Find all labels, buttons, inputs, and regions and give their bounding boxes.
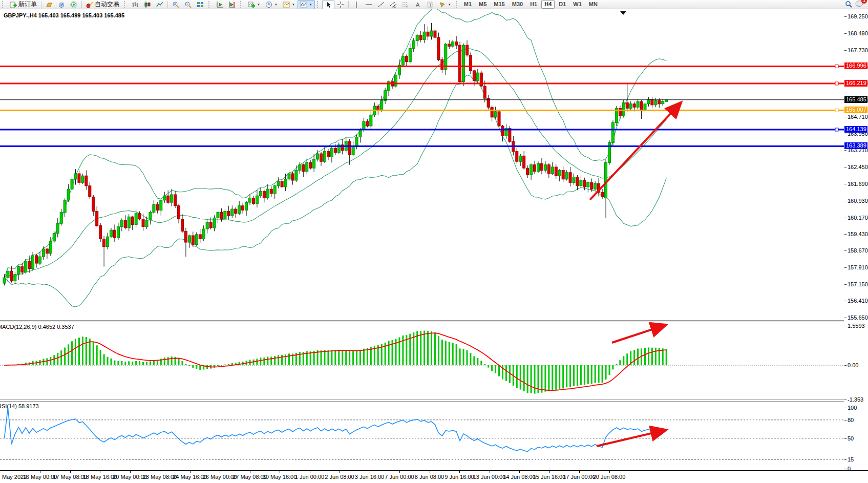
- shapes-tool-button[interactable]: ▼: [436, 0, 454, 9]
- toolbar-grip[interactable]: [124, 1, 128, 8]
- cursor-tool-button[interactable]: [322, 0, 334, 9]
- zoom-in-button[interactable]: [170, 0, 182, 9]
- templates-button[interactable]: ▼: [280, 0, 298, 9]
- candle-body: [555, 167, 557, 176]
- text-label-tool-button[interactable]: T: [424, 0, 436, 9]
- scale-tick: [844, 420, 846, 421]
- candle-body: [213, 218, 216, 228]
- candle-body: [565, 173, 568, 179]
- crosshair-tool-button[interactable]: [334, 0, 347, 9]
- level-handle[interactable]: [835, 109, 838, 112]
- new-chart-button[interactable]: ▼: [245, 0, 263, 9]
- time-axis-label: 17 May 08:00: [53, 474, 87, 480]
- text-tool-button[interactable]: A: [412, 0, 424, 9]
- time-axis-label: 20 May 00:00: [113, 474, 147, 480]
- level-handle[interactable]: [835, 82, 838, 85]
- autotrading-button[interactable]: 自动交易: [83, 0, 122, 9]
- candle-body: [63, 200, 66, 213]
- chevron-down-icon: ▼: [309, 3, 312, 6]
- scale-tick: [844, 50, 846, 51]
- candle-body: [576, 177, 579, 186]
- bar-chart-button[interactable]: [129, 0, 141, 9]
- toolbar-grip[interactable]: [208, 1, 212, 8]
- time-axis-tick: [100, 471, 100, 473]
- time-axis-tick: [310, 471, 310, 473]
- scale-tick: [844, 365, 846, 366]
- candle-body: [587, 182, 589, 187]
- equidistant-channel-tool-button[interactable]: E: [387, 0, 399, 9]
- candle-body: [74, 174, 77, 179]
- pane-separator[interactable]: [0, 400, 868, 400]
- pane-separator[interactable]: [0, 320, 868, 321]
- pane-separator: [0, 401, 868, 402]
- candle-body: [32, 256, 34, 269]
- new-order-button[interactable]: 新订单: [7, 0, 39, 9]
- chart-shift-button[interactable]: [226, 0, 238, 9]
- timeframe-MN[interactable]: MN: [586, 0, 601, 9]
- level-price-label[interactable]: 166.996: [844, 62, 867, 69]
- chart-profile-button[interactable]: [43, 0, 55, 9]
- signals-button[interactable]: [68, 0, 80, 9]
- price-scale[interactable]: 169.250168.490167.730166.970166.210165.4…: [844, 9, 868, 470]
- toolbar-grip[interactable]: [456, 1, 459, 8]
- macd-label: MACD(12,26,9) 0.4652 0.3537: [0, 324, 74, 330]
- timeframe-W1[interactable]: W1: [570, 0, 585, 9]
- chevron-down-icon: ▼: [292, 3, 295, 6]
- main-chart-canvas[interactable]: [0, 9, 844, 321]
- candle-body: [434, 31, 436, 37]
- candle-body: [534, 165, 536, 172]
- candle-body: [217, 213, 219, 218]
- toolbar-grip[interactable]: [2, 1, 6, 8]
- toolbar-grip[interactable]: [240, 1, 244, 8]
- metaeditor-button[interactable]: [55, 0, 68, 9]
- level-price-label[interactable]: 164.139: [844, 126, 867, 133]
- line-chart-button[interactable]: [154, 0, 166, 9]
- candle-body: [120, 220, 123, 227]
- candle-body: [110, 230, 113, 237]
- level-price-label[interactable]: 166.219: [844, 80, 867, 87]
- level-handle[interactable]: [835, 128, 838, 131]
- candle-body: [167, 196, 170, 202]
- level-price-label[interactable]: 165.007: [844, 107, 867, 113]
- auto-scroll-button[interactable]: [214, 0, 226, 9]
- trend-arrow[interactable]: [612, 325, 665, 343]
- toolbar-grip[interactable]: [317, 1, 321, 8]
- candle-body: [401, 56, 404, 65]
- svg-text:A: A: [416, 2, 420, 8]
- trendline-tool-button[interactable]: [375, 0, 387, 9]
- timeframe-M5[interactable]: M5: [476, 0, 490, 9]
- chart-shift-marker[interactable]: [620, 11, 626, 15]
- notifications-button[interactable]: 1: [855, 0, 864, 9]
- horizontal-line-tool-button[interactable]: [363, 0, 375, 9]
- timeframe-M1[interactable]: M1: [461, 0, 475, 9]
- trend-arrow[interactable]: [590, 103, 680, 200]
- timeframe-M15[interactable]: M15: [491, 0, 507, 9]
- time-axis-label: 8 Jun 08:00: [415, 474, 444, 480]
- rsi-canvas[interactable]: [0, 401, 844, 470]
- candle-body: [441, 59, 443, 70]
- new-order-label: 新订单: [18, 0, 37, 9]
- autotrading-icon: [86, 1, 93, 8]
- timeframe-H4[interactable]: H4: [541, 0, 555, 9]
- current-price-label[interactable]: 165.485: [844, 96, 867, 103]
- time-axis-label: 18 May 16:00: [83, 474, 117, 480]
- timeframe-D1[interactable]: D1: [556, 0, 569, 9]
- candlestick-chart-button[interactable]: [141, 0, 154, 9]
- zoom-out-button[interactable]: [182, 0, 194, 9]
- level-handle[interactable]: [835, 65, 838, 68]
- tile-windows-button[interactable]: [194, 0, 206, 9]
- candle-body: [330, 148, 333, 157]
- time-axis[interactable]: May 202216 May 00:0017 May 08:0018 May 1…: [0, 470, 868, 483]
- periods-button[interactable]: ▼: [263, 0, 280, 9]
- timeframe-M30[interactable]: M30: [509, 0, 526, 9]
- search-icon[interactable]: [845, 1, 852, 8]
- macd-canvas[interactable]: [0, 321, 844, 401]
- level-price-label[interactable]: 163.389: [844, 142, 867, 149]
- vertical-line-tool-button[interactable]: [350, 0, 363, 9]
- indicators-button[interactable]: ▼: [298, 0, 315, 9]
- scale-tick-label: 159.430: [848, 231, 868, 237]
- candle-body: [476, 73, 479, 80]
- fibonacci-tool-button[interactable]: F: [399, 0, 412, 9]
- svg-text:F: F: [407, 5, 409, 8]
- timeframe-H1[interactable]: H1: [527, 0, 540, 9]
